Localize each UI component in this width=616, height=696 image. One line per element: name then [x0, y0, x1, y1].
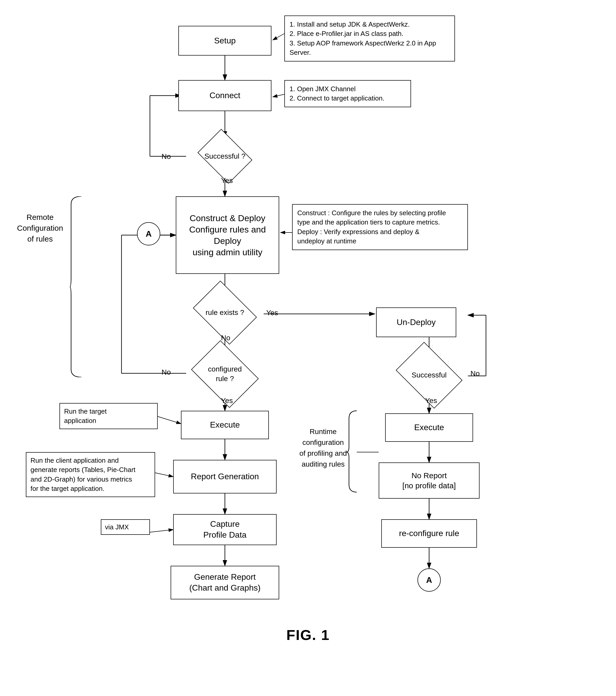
connect-label: Connect — [210, 90, 240, 101]
execute2-box: Execute — [385, 413, 473, 442]
yes-label-successful2: Yes — [425, 397, 437, 405]
construct-deploy-label: Construct & Deploy Configure rules and D… — [176, 212, 279, 258]
svg-line-30 — [155, 473, 173, 477]
connect-annotation: 1. Open JMX Channel 2. Connect to target… — [284, 80, 411, 107]
capture-profile-box: Capture Profile Data — [173, 514, 277, 545]
construct-deploy-box: Construct & Deploy Configure rules and D… — [176, 196, 279, 274]
runtime-config-label: Runtime configuration of profiling and a… — [290, 426, 357, 470]
svg-line-26 — [273, 34, 284, 40]
remote-config-label: Remote Configuration of rules — [14, 212, 66, 244]
rule-exists-label: rule exists ? — [205, 308, 244, 317]
setup-box: Setup — [179, 26, 272, 56]
execute1-box: Execute — [181, 411, 269, 439]
brace-svg — [68, 196, 84, 377]
yes-label-1: Yes — [221, 176, 233, 185]
yes-label-rule-exists: Yes — [266, 309, 278, 317]
rule-exists-diamond-container: rule exists ? — [195, 292, 255, 333]
circle-a1: A — [137, 222, 160, 246]
no-label-1: No — [161, 153, 171, 161]
via-jmx-annotation: via JMX — [101, 519, 150, 535]
successful1-diamond-container: Successful ? — [199, 137, 251, 176]
no-label-successful2: No — [471, 369, 480, 378]
setup-annotation: 1. Install and setup JDK & AspectWerkz. … — [284, 16, 455, 62]
connect-box: Connect — [179, 80, 272, 111]
no-report-box: No Report [no profile data] — [379, 462, 479, 499]
yes-label-configured: Yes — [221, 397, 233, 405]
report-generation-label: Report Generation — [191, 471, 259, 482]
execute2-label: Execute — [414, 422, 444, 433]
construct-annotation: Construct : Configure the rules by selec… — [292, 204, 468, 250]
generate-report-box: Generate Report (Chart and Graphs) — [171, 566, 279, 599]
circle-a2: A — [417, 568, 441, 591]
flowchart-diagram: Setup Connect Successful ? Yes No Constr… — [0, 0, 616, 659]
successful2-diamond-container: Successful — [398, 354, 460, 397]
reconfigure-label: re-configure rule — [399, 528, 459, 539]
setup-label: Setup — [214, 35, 236, 46]
svg-line-31 — [150, 529, 173, 532]
configured-rule-label: configuredrule ? — [208, 365, 242, 383]
svg-line-27 — [273, 94, 284, 97]
successful2-label: Successful — [412, 370, 446, 380]
no-label-configured: No — [161, 368, 171, 376]
figure-label: FIG. 1 — [287, 627, 330, 643]
reconfigure-box: re-configure rule — [381, 519, 477, 548]
capture-profile-label: Capture Profile Data — [203, 519, 246, 540]
no-report-label: No Report [no profile data] — [402, 471, 456, 491]
successful1-label: Successful ? — [204, 152, 246, 161]
configured-rule-diamond-container: configuredrule ? — [192, 351, 257, 397]
undeploy-label: Un-Deploy — [397, 317, 435, 328]
report-generation-box: Report Generation — [173, 460, 277, 493]
undeploy-box: Un-Deploy — [376, 307, 456, 337]
no-label-rule-exists: No — [221, 334, 230, 342]
svg-line-29 — [158, 416, 181, 424]
execute1-label: Execute — [210, 420, 240, 430]
generate-report-label: Generate Report (Chart and Graphs) — [189, 572, 261, 593]
run-client-annotation: Run the client application and generate … — [26, 452, 155, 497]
run-target-annotation: Run the target application — [60, 403, 158, 429]
